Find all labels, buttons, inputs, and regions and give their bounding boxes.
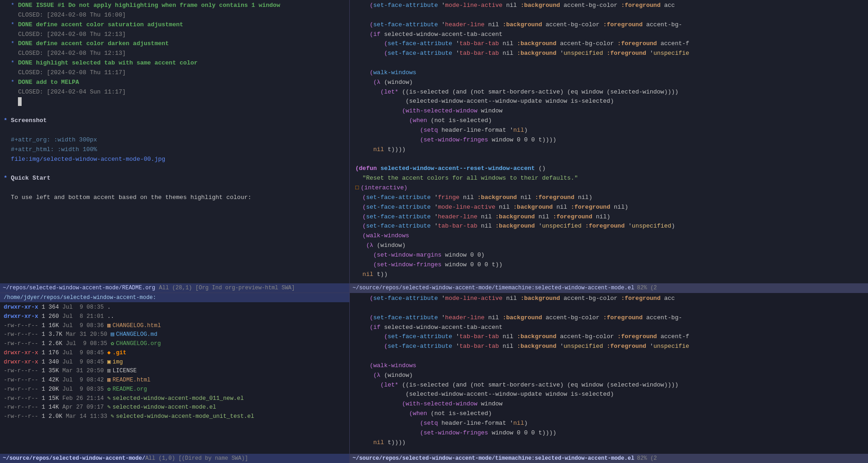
el-icon: ✎ — [107, 404, 111, 412]
dired-readme-org[interactable]: -rw-r--r-- 1 20K Jul 9 08:35 ✿ README.or… — [0, 385, 349, 394]
dired-dot[interactable]: drwxr-xr-x 1 364 Jul 9 08:35 . — [0, 303, 349, 312]
bottom-panels: /home/jdyer/repos/selected-window-accent… — [0, 293, 868, 463]
org-closed: CLOSED: [2024-02-08 Thu 16:00] — [4, 11, 126, 20]
org-line-7: * DONE highlight selected tab with same … — [0, 59, 349, 68]
org-closed: CLOSED: [2024-02-08 Thu 11:17] — [4, 69, 126, 77]
org-heading: define accent color darken adjustment — [32, 40, 168, 48]
code-line-6: (walk-windows — [350, 68, 868, 78]
code-reset-6: (λ (window) — [350, 241, 868, 251]
code-defun-reset: (defun selected-window-accent--reset-win… — [350, 164, 868, 174]
org-section-title: Quick Start — [7, 174, 51, 183]
org-attr: #+attr_org: :width 300px — [4, 136, 97, 145]
dired-status-info: All (1,0) [(Dired by name SWA)] — [145, 455, 248, 462]
org-star: * — [4, 59, 14, 68]
br-line-7: (λ (window) — [350, 371, 868, 381]
org-star: * — [4, 21, 14, 29]
org-file-link: file:img/selected-window-accent-mode-00.… — [0, 155, 349, 164]
org-screenshot-heading: * Screenshot — [0, 116, 349, 126]
org-heading: ISSUE #1 Do not apply highlighting when … — [32, 1, 280, 10]
org-cursor-line — [0, 97, 349, 106]
code-docstring: "Reset the accent colors for all windows… — [350, 174, 868, 183]
org-quickstart-text: To use left and bottom accent based on t… — [0, 193, 349, 203]
org-done-keyword: DONE — [14, 1, 32, 10]
org-line-3: * DONE define accent color saturation ad… — [0, 20, 349, 30]
code-line-14: nil t)))) — [350, 145, 868, 155]
dired-img[interactable]: drwxr-xr-x 1 340 Jul 9 08:45 ▣ img — [0, 358, 349, 367]
el-icon: ✎ — [111, 413, 115, 421]
dired-dotdot[interactable]: drwxr-xr-x 1 260 Jul 8 21:01 .. — [0, 312, 349, 322]
el-icon: ✎ — [107, 395, 111, 403]
org-closed: CLOSED: [2024-02-04 Sun 11:17] — [4, 88, 126, 97]
dired-status-path: ~/source/repos/selected-window-accent-mo… — [3, 455, 145, 462]
code-line-10: (with-selected-window window — [350, 106, 868, 116]
org-section-star: * — [4, 174, 7, 183]
org-line-10: CLOSED: [2024-02-04 Sun 11:17] — [0, 88, 349, 97]
dired-swa-011[interactable]: -rw-r--r-- 1 15K Feb 26 21:14 ✎ selected… — [0, 394, 349, 404]
br-status-path: ~/source/repos/selected-window-accent-mo… — [353, 455, 634, 462]
code-line-9: (selected-window-accent--window-update w… — [350, 97, 868, 106]
dired-unit-test[interactable]: -rw-r--r-- 1 2.0K Mar 14 11:33 ✎ selecte… — [0, 412, 349, 422]
file-icon: ▦ — [107, 367, 111, 375]
br-line-11: (when (not is-selected) — [350, 409, 868, 419]
code-reset-3: (set-face-attribute 'header-line nil :ba… — [350, 212, 868, 222]
code-reset-7: (set-window-margins window 0 0) — [350, 251, 868, 260]
org-heading: highlight selected tab with same accent … — [32, 59, 197, 68]
org-star: * — [4, 40, 14, 48]
dired-swa-el[interactable]: -rw-r--r-- 1 14K Apr 27 09:17 ✎ selected… — [0, 403, 349, 412]
right-top-panel: (set-face-attribute 'mode-line-active ni… — [350, 0, 868, 293]
dired-listing[interactable]: drwxr-xr-x 1 364 Jul 9 08:35 . drwxr-xr-… — [0, 302, 349, 454]
dired-changelog-org[interactable]: -rw-r--r-- 1 2.6K Jul 9 08:35 ✿ CHANGELO… — [0, 340, 349, 349]
org-buffer[interactable]: * DONE ISSUE #1 Do not apply highlightin… — [0, 0, 349, 283]
org-section-star: * — [4, 117, 7, 125]
code-blank-3 — [350, 155, 868, 164]
br-status-info: 82% (2 — [637, 455, 657, 462]
org-text: To use left and bottom accent based on t… — [4, 193, 251, 202]
br-line-5: (set-face-attribute 'tab-bar-tab nil :ba… — [350, 342, 868, 352]
left-status-filename: ~/repos/selected-window-accent-mode/READ… — [3, 285, 155, 291]
org-closed: CLOSED: [2024-02-08 Thu 12:13] — [4, 30, 126, 39]
code-reset-1: (set-face-attribute 'fringe nil :backgro… — [350, 193, 868, 203]
code-reset-4: (set-face-attribute 'tab-bar-tab nil :ba… — [350, 222, 868, 231]
code-blank-2 — [350, 59, 868, 68]
org-line-2: CLOSED: [2024-02-08 Thu 16:00] — [0, 11, 349, 20]
org-line-1: * DONE ISSUE #1 Do not apply highlightin… — [0, 1, 349, 11]
dired-changelog-md[interactable]: -rw-r--r-- 1 3.7K Mar 31 20:50 ▤ CHANGEL… — [0, 330, 349, 340]
org-line-4: CLOSED: [2024-02-08 Thu 12:13] — [0, 30, 349, 40]
org-heading: define accent color saturation adjustmen… — [32, 21, 183, 29]
md-icon: ▤ — [111, 331, 115, 339]
org-attr-org: #+attr_org: :width 300px — [0, 135, 349, 145]
html-icon: ▦ — [107, 322, 111, 330]
br-line-4: (set-face-attribute 'tab-bar-tab nil :ba… — [350, 332, 868, 342]
code-line-2: (set-face-attribute 'header-line nil :ba… — [350, 20, 868, 30]
left-top-status-bar: ~/repos/selected-window-accent-mode/READ… — [0, 283, 349, 293]
org-blank-2 — [0, 126, 349, 135]
org-icon: ✿ — [107, 386, 111, 394]
dired-license[interactable]: -rw-r--r-- 1 35K Mar 31 20:50 ▦ LICENSE — [0, 367, 349, 376]
org-done-keyword: DONE — [14, 21, 32, 29]
org-done-keyword: DONE — [14, 40, 32, 48]
org-closed: CLOSED: [2024-02-08 Thu 12:13] — [4, 49, 126, 58]
code-line-4: (set-face-attribute 'tab-bar-tab nil :ba… — [350, 39, 868, 49]
code-line-12: (setq header-line-format 'nil) — [350, 126, 868, 135]
br-line-12: (setq header-line-format 'nil) — [350, 419, 868, 428]
code-reset-5: (walk-windows — [350, 231, 868, 241]
org-line-6: CLOSED: [2024-02-08 Thu 12:13] — [0, 49, 349, 59]
org-done-keyword: DONE — [14, 59, 32, 68]
code-reset-2: (set-face-attribute 'mode-line-active ni… — [350, 203, 868, 212]
org-line-9: * DONE add to MELPA — [0, 78, 349, 88]
org-line-8: CLOSED: [2024-02-08 Thu 11:17] — [0, 68, 349, 78]
dired-header: /home/jdyer/repos/selected-window-accent… — [0, 293, 349, 302]
org-section-title: Screenshot — [7, 117, 47, 125]
org-link: file:img/selected-window-accent-mode-00.… — [4, 155, 165, 164]
dired-changelog-html[interactable]: -rw-r--r-- 1 16K Jul 9 08:36 ▦ CHANGELOG… — [0, 322, 349, 331]
code-line-5: (set-face-attribute 'tab-bar-tab nil :ba… — [350, 49, 868, 59]
code-reset-9: nil t)) — [350, 270, 868, 280]
dired-git[interactable]: drwxr-xr-x 1 176 Jul 9 08:45 ◆ .git — [0, 349, 349, 358]
code-reset-8: (set-window-fringes window 0 0 0 t)) — [350, 260, 868, 270]
org-attr-html: #+attr_html: :width 100% — [0, 145, 349, 155]
code-interactive: □(interactive) — [350, 183, 868, 193]
dired-readme-html[interactable]: -rw-r--r-- 1 42K Jul 9 08:42 ▦ README.ht… — [0, 376, 349, 385]
elisp-buffer[interactable]: (set-face-attribute 'mode-line-active ni… — [350, 0, 868, 283]
bottom-right-buffer[interactable]: (set-face-attribute 'mode-line-active ni… — [350, 293, 868, 454]
org-quickstart-heading: * Quick Start — [0, 174, 349, 183]
